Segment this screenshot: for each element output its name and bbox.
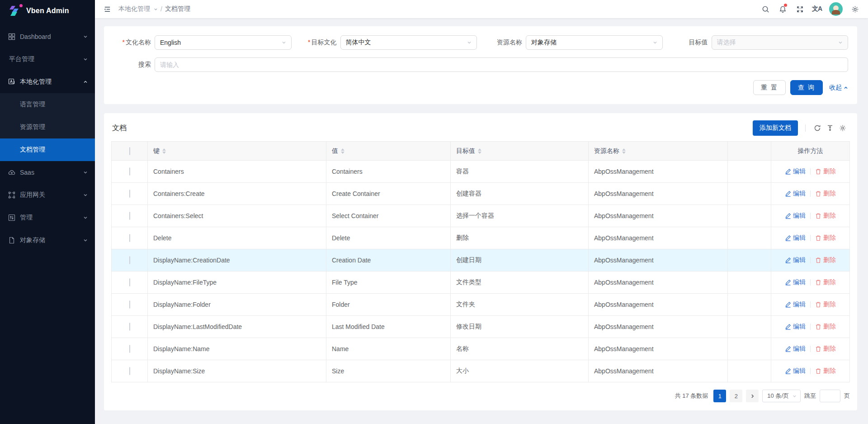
cell-value: Creation Date [326,249,451,272]
cell-empty [728,294,771,316]
row-checkbox[interactable] [129,190,130,198]
column-header-key[interactable]: 键 [153,147,160,155]
query-button[interactable]: 查 询 [790,80,823,95]
documents-table: 键 值 目标值 资源名称 操作方法 Containers Containers … [111,141,850,382]
row-checkbox[interactable] [129,367,130,375]
action-divider [810,324,811,330]
refresh-icon[interactable] [811,122,824,134]
row-checkbox[interactable] [129,278,130,286]
edit-button[interactable]: 编辑 [785,278,806,286]
sort-icon[interactable] [162,148,166,154]
page-button-2[interactable]: 2 [730,390,742,402]
localization-icon [8,78,15,86]
culture-name-select[interactable]: English [155,35,292,50]
sidebar-item-object-storage[interactable]: 对象存储 [0,229,95,252]
search-label: 搜索 [113,61,151,72]
column-settings-gear-icon[interactable] [836,122,849,134]
edit-button[interactable]: 编辑 [785,212,806,220]
edit-button[interactable]: 编辑 [785,367,806,375]
sidebar-item-language-management[interactable]: 语言管理 [0,93,95,116]
delete-button[interactable]: 删除 [815,234,836,242]
delete-button[interactable]: 删除 [815,190,836,198]
cell-target: 文件类型 [451,272,589,294]
sidebar-fold-icon[interactable] [100,2,114,16]
chevron-down-icon [282,40,286,45]
fullscreen-icon[interactable] [792,1,807,17]
delete-button[interactable]: 删除 [815,256,836,264]
edit-label: 编辑 [793,190,806,198]
edit-label: 编辑 [793,323,806,331]
edit-button[interactable]: 编辑 [785,345,806,353]
cell-target: 选择一个容器 [451,205,589,227]
collapse-link[interactable]: 收起 [829,84,848,92]
select-all-checkbox[interactable] [129,147,130,155]
column-header-value[interactable]: 值 [332,147,338,155]
sidebar-item-platform[interactable]: 平台管理 [0,48,95,71]
sidebar-item-saas[interactable]: Saas [0,161,95,184]
edit-button[interactable]: 编辑 [785,234,806,242]
delete-label: 删除 [823,278,836,286]
reset-button[interactable]: 重 置 [753,80,786,95]
cell-key: DisplayName:FileType [148,272,326,294]
resource-name-select[interactable]: 对象存储 [526,35,663,50]
delete-button[interactable]: 删除 [815,345,836,353]
cell-target: 文件夹 [451,294,589,316]
target-value-select[interactable]: 请选择 [712,35,849,50]
row-checkbox[interactable] [129,234,130,242]
jump-page-input[interactable] [820,390,840,402]
row-height-icon[interactable] [824,122,836,134]
trash-icon [815,324,821,330]
action-divider [810,346,811,352]
sidebar-item-document-management[interactable]: 文档管理 [0,138,95,161]
sidebar-item-resource-management[interactable]: 资源管理 [0,116,95,138]
delete-button[interactable]: 删除 [815,323,836,331]
sort-icon[interactable] [622,148,626,154]
column-header-target[interactable]: 目标值 [456,147,475,155]
sidebar-item-dashboard[interactable]: Dashboard [0,25,95,48]
sidebar-item-management[interactable]: 管理 [0,206,95,229]
delete-button[interactable]: 删除 [815,278,836,286]
delete-button[interactable]: 删除 [815,367,836,375]
bell-icon[interactable] [775,1,790,17]
delete-button[interactable]: 删除 [815,212,836,220]
cell-resource: AbpOssManagement [589,338,728,360]
column-header-resource[interactable]: 资源名称 [594,147,619,155]
table-row: Delete Delete 删除 AbpOssManagement 编辑 [112,227,850,249]
translate-icon[interactable]: 文A [809,1,825,17]
next-page-button[interactable] [746,390,759,402]
avatar[interactable] [829,2,843,16]
action-divider [810,213,811,219]
edit-button[interactable]: 编辑 [785,300,806,309]
row-checkbox[interactable] [129,167,130,176]
row-checkbox[interactable] [129,212,130,220]
edit-pencil-icon [785,346,791,352]
edit-label: 编辑 [793,367,806,375]
page-button-1[interactable]: 1 [713,390,726,402]
edit-button[interactable]: 编辑 [785,167,806,176]
search-icon[interactable] [758,1,773,17]
row-checkbox[interactable] [129,300,130,309]
breadcrumb-parent[interactable]: 本地化管理 [118,5,150,13]
cell-target: 名称 [451,338,589,360]
page-size-select[interactable]: 10 条/页 [762,390,801,402]
row-checkbox[interactable] [129,323,130,331]
target-culture-select[interactable]: 简体中文 [340,35,477,50]
delete-button[interactable]: 删除 [815,300,836,309]
edit-button[interactable]: 编辑 [785,323,806,331]
delete-button[interactable]: 删除 [815,167,836,176]
delete-label: 删除 [823,323,836,331]
add-document-button[interactable]: 添加新文档 [753,120,798,136]
sidebar-item-gateway[interactable]: 应用网关 [0,184,95,206]
edit-button[interactable]: 编辑 [785,256,806,264]
logo[interactable]: Vben Admin [0,0,95,22]
row-checkbox[interactable] [129,345,130,353]
gear-icon[interactable] [847,1,863,17]
sidebar-item-label: 资源管理 [20,123,88,131]
edit-button[interactable]: 编辑 [785,190,806,198]
sort-icon[interactable] [341,148,344,154]
header-actions: 文A [758,1,863,17]
sidebar-item-localization[interactable]: 本地化管理 [0,71,95,93]
row-checkbox[interactable] [129,256,130,264]
search-input[interactable] [160,61,843,68]
sort-icon[interactable] [478,148,481,154]
